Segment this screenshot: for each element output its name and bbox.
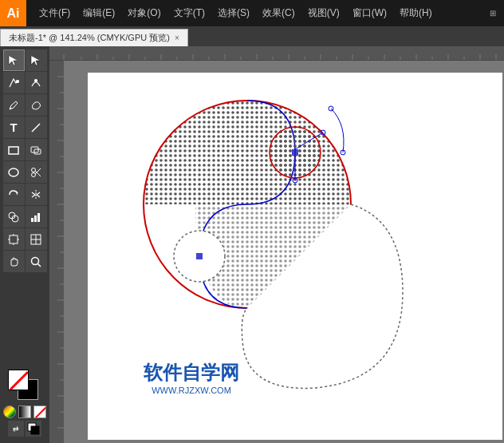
menu-file[interactable]: 文件(F) [33,0,77,26]
pencil-tool[interactable] [3,94,25,116]
tool-row-9 [3,228,47,250]
svg-point-1 [35,79,37,81]
selection-tool[interactable] [3,49,25,71]
pen-tool[interactable] [3,72,25,93]
svg-point-25 [32,257,39,264]
hand-tool[interactable] [3,251,25,272]
shape-builder-tool[interactable] [3,206,25,227]
color-mode-button[interactable] [3,405,16,418]
tool-row-4: T [3,117,47,138]
slice-tool[interactable] [26,228,47,250]
tool-row-1 [3,49,47,71]
svg-rect-17 [10,235,18,243]
menu-help[interactable]: 帮助(H) [393,0,439,26]
ellipse-tool[interactable] [3,161,25,183]
tool-row-6 [3,161,47,183]
menu-edit[interactable]: 编辑(E) [77,0,121,26]
blob-brush-tool[interactable] [26,94,47,116]
line-tool[interactable] [26,117,47,138]
color-area: ⇄ [0,366,49,443]
artboard-tool[interactable] [3,228,25,250]
svg-line-28 [35,407,46,418]
swap-colors-button[interactable]: ⇄ [8,421,24,437]
rectangle-tool[interactable] [3,139,25,160]
canvas-content: 软件自学网 WWW.RJZXW.COM [64,61,504,443]
menu-bar: 文件(F) 编辑(E) 对象(O) 文字(T) 选择(S) 效果(C) 视图(V… [26,0,483,26]
svg-rect-93 [196,253,203,259]
svg-rect-31 [49,46,504,61]
curvature-tool[interactable] [26,72,47,93]
chart-tool[interactable] [26,206,47,227]
svg-line-26 [38,263,41,267]
tab-close-button[interactable]: × [175,34,179,42]
svg-point-6 [9,168,18,176]
type-tool[interactable]: T [3,117,25,138]
rotate-tool[interactable] [3,184,25,205]
tab-title: 未标题-1* @ 141.24% (CMYK/GPU 预览) [9,32,170,44]
svg-line-27 [10,372,28,390]
menu-window[interactable]: 窗口(W) [346,0,393,26]
menu-effect[interactable]: 效果(C) [256,0,301,26]
tool-row-8 [3,206,47,227]
svg-rect-15 [34,216,37,222]
reflect-tool[interactable] [26,184,47,205]
svg-rect-3 [9,147,18,154]
svg-line-2 [32,124,40,132]
tool-row-10 [3,251,47,272]
vertical-ruler [49,61,64,443]
menu-object[interactable]: 对象(O) [121,0,167,26]
svg-rect-5 [34,149,41,154]
svg-rect-14 [31,218,33,222]
canvas-area[interactable]: 软件自学网 WWW.RJZXW.COM [49,46,504,443]
direct-selection-tool[interactable] [26,49,47,71]
default-colors-button[interactable] [26,421,41,437]
scissors-tool[interactable] [26,161,47,183]
color-boxes [8,370,41,403]
main-area: T [0,46,504,443]
tab-bar: 未标题-1* @ 141.24% (CMYK/GPU 预览) × [0,26,504,46]
menu-text[interactable]: 文字(T) [167,0,211,26]
svg-rect-60 [49,61,64,443]
tool-row-5 [3,139,47,160]
tool-row-2 [3,72,47,93]
svg-rect-16 [37,213,40,222]
menu-select[interactable]: 选择(S) [211,0,256,26]
ai-logo: Ai [0,0,26,26]
color-mode-row [3,405,46,418]
none-mode-button[interactable] [33,405,46,418]
document-tab[interactable]: 未标题-1* @ 141.24% (CMYK/GPU 预览) × [0,29,188,46]
tool-row-7 [3,184,47,205]
toolbar: T [0,46,49,443]
tool-row-3 [3,94,47,116]
horizontal-ruler [49,46,504,61]
artwork [92,77,443,428]
grid-view-button[interactable]: ⊞ [485,6,501,22]
svg-rect-30 [31,426,39,434]
zoom-tool[interactable] [26,251,47,272]
gradient-mode-button[interactable] [18,405,31,418]
shaper-tool[interactable] [26,139,47,160]
fill-color-box[interactable] [8,370,29,390]
svg-point-8 [32,172,36,176]
small-icons-row: ⇄ [8,421,41,440]
window-controls: ⊞ [483,6,504,22]
svg-point-7 [32,168,36,172]
menu-view[interactable]: 视图(V) [301,0,346,26]
svg-point-0 [17,80,19,82]
title-bar: Ai 文件(F) 编辑(E) 对象(O) 文字(T) 选择(S) 效果(C) 视… [0,0,504,26]
